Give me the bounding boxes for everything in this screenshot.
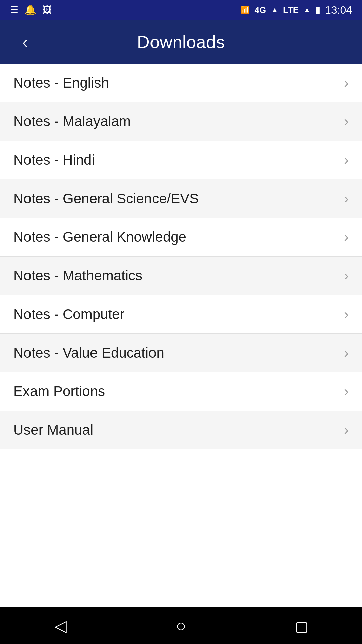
list-item[interactable]: Notes - General Science/EVS› [0, 179, 362, 218]
list-icon: ☰ [10, 5, 18, 15]
battery-icon: ▮ [315, 5, 320, 15]
list-item[interactable]: Notes - English› [0, 64, 362, 102]
image-icon: 🖼 [42, 5, 52, 15]
list-item[interactable]: Exam Portions› [0, 372, 362, 411]
app-bar: ‹ Downloads [0, 20, 362, 64]
list-item[interactable]: Notes - General Knowledge› [0, 218, 362, 257]
list-item-label: Notes - Computer [13, 306, 124, 322]
chevron-right-icon: › [344, 307, 349, 321]
list-item-label: Notes - Malayalam [13, 113, 131, 129]
list-item[interactable]: User Manual› [0, 411, 362, 449]
list-item[interactable]: Notes - Malayalam› [0, 102, 362, 141]
chevron-right-icon: › [344, 384, 349, 398]
back-button[interactable]: ‹ [13, 30, 37, 54]
signal-bars-icon: ▲ [271, 6, 278, 14]
chevron-right-icon: › [344, 192, 349, 206]
current-time: 13:04 [325, 4, 352, 16]
list-item[interactable]: Notes - Computer› [0, 295, 362, 334]
chevron-right-icon: › [344, 346, 349, 360]
status-bar-right: 📶 4G ▲ LTE ▲ ▮ 13:04 [241, 4, 352, 16]
status-bar: ☰ 🔔 🖼 📶 4G ▲ LTE ▲ ▮ 13:04 [0, 0, 362, 20]
lte-bars-icon: ▲ [303, 6, 311, 14]
back-chevron-icon: ‹ [22, 34, 28, 50]
chevron-right-icon: › [344, 76, 349, 90]
list-item-label: Exam Portions [13, 383, 105, 399]
chevron-right-icon: › [344, 114, 349, 128]
nav-home-button[interactable] [161, 612, 201, 639]
notification-icon: 🔔 [24, 5, 36, 15]
lte-label: LTE [283, 6, 299, 14]
network-4g-icon: 📶 [241, 6, 250, 14]
nav-bar [0, 607, 362, 644]
chevron-right-icon: › [344, 269, 349, 283]
list-item-label: Notes - English [13, 75, 109, 91]
chevron-right-icon: › [344, 153, 349, 167]
list-item-label: Notes - Value Education [13, 345, 164, 361]
nav-recent-icon [295, 616, 309, 635]
list-item-label: Notes - Hindi [13, 152, 95, 168]
list-item[interactable]: Notes - Value Education› [0, 334, 362, 372]
status-bar-left: ☰ 🔔 🖼 [10, 5, 52, 15]
downloads-list: Notes - English›Notes - Malayalam›Notes … [0, 64, 362, 607]
list-item-label: Notes - General Knowledge [13, 229, 186, 245]
chevron-right-icon: › [344, 423, 349, 437]
page-title: Downloads [37, 32, 325, 52]
chevron-right-icon: › [344, 230, 349, 244]
list-item-label: Notes - General Science/EVS [13, 191, 199, 207]
nav-recent-button[interactable] [282, 612, 322, 639]
list-item[interactable]: Notes - Mathematics› [0, 257, 362, 295]
nav-back-icon [54, 616, 67, 635]
nav-home-icon [176, 615, 186, 636]
signal-4g-label: 4G [254, 6, 266, 14]
list-item-label: Notes - Mathematics [13, 268, 142, 284]
nav-back-button[interactable] [40, 612, 80, 639]
list-item-label: User Manual [13, 422, 93, 438]
list-item[interactable]: Notes - Hindi› [0, 141, 362, 179]
